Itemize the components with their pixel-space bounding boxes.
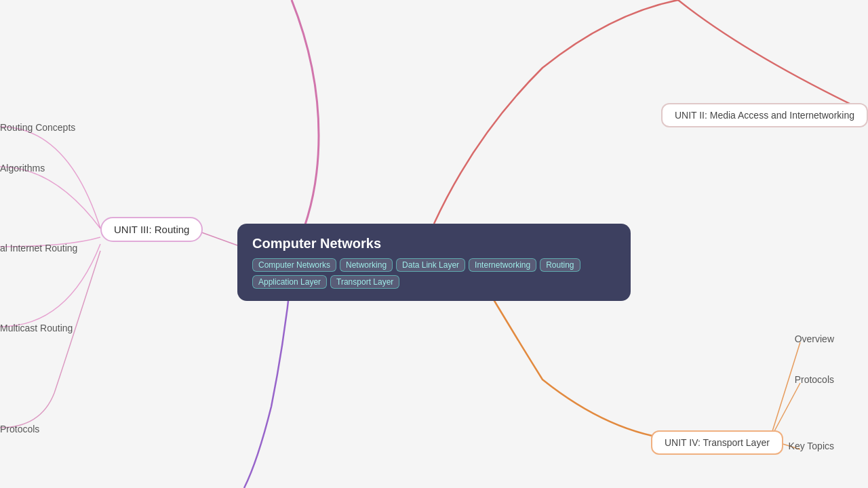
unit3-node[interactable]: UNIT III: Routing	[100, 217, 203, 242]
mind-map-canvas: Computer Networks Computer NetworksNetwo…	[0, 0, 868, 488]
right-item-key-topics: Key Topics	[789, 441, 834, 451]
unit4-node[interactable]: UNIT IV: Transport Layer	[651, 430, 783, 455]
tag-transport-layer: Transport Layer	[330, 275, 399, 289]
tag-routing: Routing	[540, 258, 580, 272]
unit3-label: UNIT III: Routing	[114, 224, 189, 235]
left-item-internet-routing: al Internet Routing	[0, 243, 77, 253]
tag-computer-networks: Computer Networks	[252, 258, 336, 272]
unit4-label: UNIT IV: Transport Layer	[665, 437, 770, 448]
tag-data-link-layer: Data Link Layer	[396, 258, 465, 272]
left-item-routing-concepts: Routing Concepts	[0, 122, 75, 133]
left-item-multicast-routing: Multicast Routing	[0, 323, 73, 333]
unit2-node[interactable]: UNIT II: Media Access and Internetworkin…	[661, 103, 868, 127]
tag-application-layer: Application Layer	[252, 275, 327, 289]
tag-networking: Networking	[340, 258, 393, 272]
right-item-overview: Overview	[795, 333, 834, 344]
unit2-label: UNIT II: Media Access and Internetworkin…	[675, 110, 854, 121]
tags-container: Computer NetworksNetworkingData Link Lay…	[252, 258, 616, 289]
tag-internetworking: Internetworking	[469, 258, 536, 272]
left-item-algorithms: Algorithms	[0, 163, 45, 174]
right-item-protocols: Protocols	[795, 374, 834, 385]
left-item-protocols: Protocols	[0, 424, 39, 434]
central-node[interactable]: Computer Networks Computer NetworksNetwo…	[237, 224, 631, 301]
central-node-title: Computer Networks	[252, 236, 616, 251]
